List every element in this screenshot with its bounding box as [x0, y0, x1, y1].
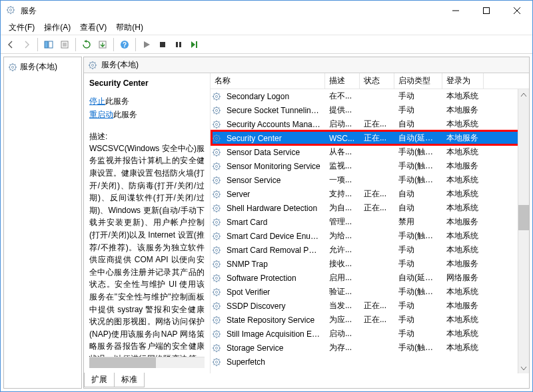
cell-status: 正在... [360, 118, 394, 130]
restart-service-button[interactable] [187, 37, 202, 52]
scroll-down-icon[interactable] [518, 362, 529, 373]
show-hide-tree-button[interactable] [41, 37, 56, 52]
stop-service-link[interactable]: 停止 [89, 97, 105, 106]
service-row[interactable]: Sensor Monitoring Service监视...手动(触发...本地… [211, 159, 529, 173]
menu-action[interactable]: 操作(A) [40, 21, 75, 35]
service-row[interactable]: Smart Card Removal Poli...允许...手动本地系统 [211, 243, 529, 257]
cell-startup: 自动 [394, 188, 442, 200]
svg-rect-11 [484, 8, 490, 14]
titlebar: 服务 [1, 1, 532, 21]
cell-desc: 为给... [325, 230, 360, 242]
tab-standard[interactable]: 标准 [115, 373, 145, 387]
col-status[interactable]: 状态 [360, 73, 394, 89]
cell-logon: 本地系统 [442, 174, 484, 186]
cell-desc: 管理... [325, 216, 360, 228]
restart-service-link[interactable]: 重启动 [89, 110, 113, 119]
menu-view[interactable]: 查看(V) [76, 21, 111, 35]
service-row[interactable]: Storage Service为存...手动(触发...本地系统 [211, 341, 529, 355]
cell-logon: 本地系统 [442, 328, 484, 339]
cell-name: Security Accounts Manag... [223, 120, 325, 129]
menu-file[interactable]: 文件(F) [5, 21, 39, 35]
window-title: 服务 [21, 5, 440, 17]
cell-logon: 本地服务 [442, 258, 484, 270]
cell-desc: 为应... [325, 314, 360, 325]
service-row[interactable]: Secure Socket Tunneling ...提供...手动本地服务 [211, 103, 529, 117]
scroll-up-icon[interactable] [518, 89, 529, 100]
cell-desc: 提供... [325, 104, 360, 116]
tree-root-services[interactable]: 服务(本地) [5, 60, 80, 74]
cell-name: Sensor Data Service [223, 148, 325, 157]
maximize-button[interactable] [471, 1, 502, 21]
list-header: 名称 描述 状态 启动类型 登录为 [211, 73, 529, 89]
stop-service-button[interactable] [155, 37, 170, 52]
service-row[interactable]: Smart Card管理...禁用本地服务 [211, 215, 529, 229]
cell-startup: 自动(延迟... [394, 132, 442, 144]
svg-rect-14 [45, 41, 48, 48]
cell-logon: 本地系统 [442, 118, 484, 130]
service-row[interactable]: Software Protection启用...自动(延迟...网络服务 [211, 271, 529, 285]
back-button[interactable] [3, 37, 18, 52]
cell-name: Smart Card Device Enum... [223, 232, 325, 241]
cell-desc: 为存... [325, 342, 360, 353]
service-row[interactable]: Spot Verifier验证...手动(触发...本地系统 [211, 285, 529, 299]
service-row[interactable]: Superfetch [211, 355, 529, 369]
cell-name: Shell Hardware Detection [223, 204, 325, 213]
cell-name: Software Protection [223, 274, 325, 283]
cell-desc: 允许... [325, 244, 360, 256]
col-startup[interactable]: 启动类型 [394, 73, 442, 89]
gear-icon [211, 315, 223, 325]
gear-icon [211, 204, 223, 213]
services-list: 名称 描述 状态 启动类型 登录为 Secondary Logon在不...手动… [211, 73, 529, 373]
service-row[interactable]: Server支持...正在...自动本地系统 [211, 187, 529, 201]
start-service-button[interactable] [139, 37, 154, 52]
scroll-thumb[interactable] [518, 205, 529, 230]
list-vscrollbar[interactable] [518, 89, 529, 373]
service-row[interactable]: Secondary Logon在不...手动本地系统 [211, 89, 529, 103]
cell-desc: 启动... [325, 118, 360, 130]
export-button[interactable] [95, 37, 110, 52]
cell-name: Smart Card Removal Poli... [223, 246, 325, 255]
cell-name: Sensor Service [223, 176, 325, 185]
service-row[interactable]: SNMP Trap接收...手动本地服务 [211, 257, 529, 271]
tree-root-label: 服务(本地) [20, 61, 57, 73]
pause-service-button[interactable] [171, 37, 186, 52]
properties-toolbar-button[interactable] [57, 37, 72, 52]
close-button[interactable] [502, 1, 532, 21]
service-row[interactable]: Sensor Service一项...手动(触发...本地系统 [211, 173, 529, 187]
service-row[interactable]: Sensor Data Service从各...手动(触发...本地系统 [211, 145, 529, 159]
cell-name: Server [223, 190, 325, 199]
service-row[interactable]: SSDP Discovery当发...正在...手动本地服务 [211, 299, 529, 313]
gear-icon [211, 343, 223, 353]
cell-logon: 本地服务 [442, 132, 484, 144]
detail-hscrollbar[interactable] [89, 357, 205, 368]
cell-desc: 启用... [325, 272, 360, 284]
service-row[interactable]: Security CenterWSC...正在...自动(延迟...本地服务 [211, 131, 529, 145]
minimize-button[interactable] [440, 1, 471, 21]
cell-logon: 本地系统 [442, 188, 484, 200]
col-logon[interactable]: 登录为 [442, 73, 484, 89]
gear-icon [88, 61, 97, 70]
service-row[interactable]: Smart Card Device Enum...为给...手动(触发...本地… [211, 229, 529, 243]
cell-logon: 本地服务 [442, 300, 484, 311]
cell-startup: 手动(触发... [394, 230, 442, 242]
right-pane: 服务(本地) Security Center 停止此服务 重启动此服务 描述: [83, 57, 530, 389]
col-name[interactable]: 名称 [211, 73, 325, 89]
cell-name: State Repository Service [223, 315, 325, 325]
app-icon [6, 5, 17, 16]
service-row[interactable]: Security Accounts Manag...启动...正在...自动本地… [211, 117, 529, 131]
cell-startup: 手动 [394, 300, 442, 311]
service-row[interactable]: Shell Hardware Detection为自...正在...自动本地系统 [211, 201, 529, 215]
col-desc[interactable]: 描述 [325, 73, 360, 89]
menu-help[interactable]: 帮助(H) [112, 21, 147, 35]
refresh-button[interactable] [79, 37, 94, 52]
cell-startup: 手动 [394, 104, 442, 116]
service-row[interactable]: State Repository Service为应...正在...手动本地系统 [211, 313, 529, 327]
cell-startup: 禁用 [394, 216, 442, 228]
gear-icon [211, 134, 223, 143]
cell-status: 正在... [360, 300, 394, 311]
help-button[interactable]: ? [117, 37, 132, 52]
tab-extended[interactable]: 扩展 [84, 373, 115, 387]
svg-rect-15 [49, 41, 53, 48]
forward-button[interactable] [19, 37, 34, 52]
service-row[interactable]: Still Image Acquisition Ev...启动...手动本地系统 [211, 327, 529, 341]
